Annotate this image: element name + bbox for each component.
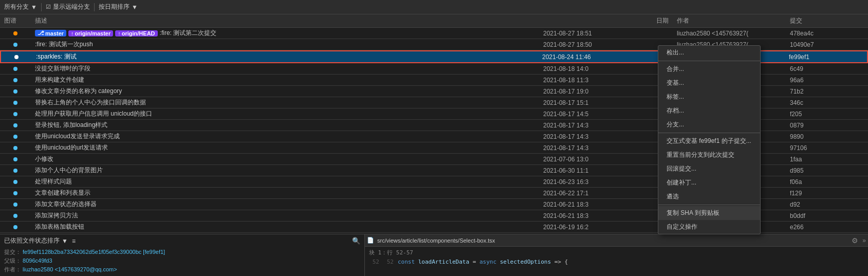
commit-date: 2021-08-18 11:3 [539, 76, 673, 85]
branch-tag-origin-master: ↑ origin/master [68, 30, 113, 36]
commit-label: 提交： [4, 249, 21, 255]
commit-details-panel: 已依照文件状态排序 ▼ ≡ 🔍 提交： fe99ef1128b2ba733420… [0, 234, 365, 276]
col-graph: 图谱 [0, 15, 31, 26]
graph-cell [0, 123, 31, 127]
context-menu: 检出... 合并... 变基... 标签... 存档... 分支... 交互式变… [658, 45, 761, 234]
graph-cell [0, 225, 31, 229]
menu-item-copy-sha[interactable]: 复制 SHA 到剪贴板 [658, 206, 760, 220]
branch-tag-origin-head: ↑ origin/HEAD [115, 30, 157, 36]
commit-hash: 1faa [786, 155, 868, 164]
menu-separator-2 [658, 133, 760, 133]
commit-hash: 478ea4c [786, 29, 868, 38]
commit-hash: d92 [786, 200, 868, 209]
bottom-area: 已依照文件状态排序 ▼ ≡ 🔍 提交： fe99ef1128b2ba733420… [0, 234, 868, 276]
menu-item-rebase[interactable]: 变基... [658, 76, 760, 90]
graph-cell [0, 67, 31, 71]
graph-cell [0, 135, 31, 139]
menu-item-checkout[interactable]: 检出... [658, 46, 760, 60]
gear-icon[interactable]: ⚙ [852, 236, 858, 245]
commit-date: 2021-08-17 14:3 [539, 143, 673, 153]
table-row[interactable]: ⎇ master ↑ origin/master ↑ origin/HEAD :… [0, 28, 868, 39]
commit-author: liuzhao2580 <145763927( [673, 29, 786, 38]
search-icon: 🔍 [352, 237, 360, 245]
var-name: loadArticleData [418, 259, 473, 265]
parent-label: 父级： [4, 257, 21, 264]
branch-selector[interactable]: 所有分支 ▼ [4, 3, 37, 11]
col-date: 日期 [539, 15, 673, 26]
commit-description: 使用unicloud发送登录请求完成 [31, 131, 539, 142]
list-view-btn[interactable]: ≡ [72, 237, 76, 245]
author-line: 作者： liuzhao2580 <1457639270@qq.com> [4, 266, 360, 273]
commit-description: 没提交新增时的字段 [31, 63, 539, 74]
line-number-2: 52 [383, 259, 394, 265]
commit-description: 添加文章状态的选择器 [31, 199, 539, 210]
commit-description: 修改文章分类的名称为 category [31, 86, 539, 97]
commit-date: 2021-07-06 13:0 [539, 155, 673, 164]
graph-cell [0, 157, 31, 161]
commit-hash: 0879 [786, 121, 868, 130]
commit-description: 使用unicloud的url发送请求 [31, 142, 539, 153]
commit-date: 2021-08-27 18:51 [539, 29, 673, 38]
menu-item-cherry-pick[interactable]: 创建补丁... [658, 176, 760, 190]
graph-cell [0, 203, 31, 207]
graph-dot [13, 169, 17, 173]
commit-description: 添加表格加载按钮 [31, 222, 539, 232]
menu-item-interactive-rebase[interactable]: 交互式变基 fe99ef1 的子提交... [658, 134, 760, 148]
menu-item-archive[interactable]: 存档... [658, 104, 760, 118]
column-headers: 图谱 描述 日期 作者 提交 [0, 14, 868, 28]
commit-description: 文章创建和列表显示 [31, 188, 539, 198]
commit-date: 2021-08-17 15:1 [539, 98, 673, 107]
show-remote-checkbox[interactable]: ☑ 显示远端分支 [46, 3, 90, 11]
graph-dot [13, 112, 17, 116]
branch-dropdown-arrow: ▼ [31, 4, 37, 11]
sort-label: 按日期排序 [99, 3, 130, 11]
commit-description: 用来构建文件创建 [31, 75, 539, 85]
graph-dot [13, 214, 17, 218]
menu-item-tag[interactable]: 标签... [658, 90, 760, 104]
graph-dot [13, 123, 17, 127]
commit-hash: d985 [786, 166, 868, 175]
scroll-right-icon[interactable]: » [862, 237, 866, 244]
commit-description: 添加深拷贝方法 [31, 210, 539, 221]
sort-selector[interactable]: 按日期排序 ▼ [99, 3, 138, 11]
commit-hash: 97106 [786, 143, 868, 153]
commit-hash: b0ddf [786, 211, 868, 220]
author-label: 作者： [4, 266, 21, 272]
graph-cell [0, 180, 31, 184]
graph-dot [13, 101, 17, 105]
graph-dot [13, 146, 17, 150]
commit-date: 2021-06-22 17:1 [539, 189, 673, 198]
graph-dot [13, 78, 17, 82]
keyword-const: const [398, 259, 415, 265]
menu-item-filter[interactable]: 遴选 [658, 190, 760, 204]
menu-item-reset-branch[interactable]: 重置当前分支到此次提交 [658, 148, 760, 162]
menu-item-revert[interactable]: 回滚提交... [658, 162, 760, 176]
line-number-1: 52 [369, 259, 379, 265]
branch-tag-master: ⎇ master [35, 30, 66, 36]
sort-arrow: ▼ [132, 4, 138, 11]
file-path: src/views/article/list/components/Select… [377, 237, 495, 244]
menu-item-branch[interactable]: 分支... [658, 118, 760, 132]
commit-date: 2021-08-24 11:46 [538, 52, 672, 62]
arrow: => { [555, 259, 568, 265]
graph-dot [13, 89, 17, 94]
bottom-toolbar: 已依照文件状态排序 ▼ ≡ 🔍 [4, 236, 360, 245]
commit-hash: 6c49 [786, 64, 868, 73]
parent-line: 父级： 8096c49fd3 [4, 257, 360, 265]
commit-description: 替换右上角的个人中心为接口回调的数据 [31, 97, 539, 108]
author-value: liuzhao2580 <1457639270@qq.com> [23, 266, 117, 272]
commit-date: 2021-08-17 14:5 [539, 109, 673, 119]
commit-description: :sparkles: 测试 [32, 51, 538, 62]
sort-status-arrow: ▼ [62, 237, 68, 245]
commit-hash: 71b2 [786, 87, 868, 96]
sort-by-status[interactable]: 已依照文件状态排序 ▼ [4, 236, 68, 245]
menu-item-custom-action[interactable]: 自定义操作 [658, 220, 760, 234]
commit-date: 2021-08-17 14:3 [539, 121, 673, 130]
branch-selector-label: 所有分支 [4, 3, 29, 11]
menu-item-merge[interactable]: 合并... [658, 62, 760, 76]
commit-hash: f06a [786, 177, 868, 187]
master-icon: ⎇ [38, 30, 44, 36]
file-icon: 📄 [367, 237, 374, 244]
commit-hash: fe99ef1 [785, 52, 867, 62]
graph-cell [0, 78, 31, 82]
